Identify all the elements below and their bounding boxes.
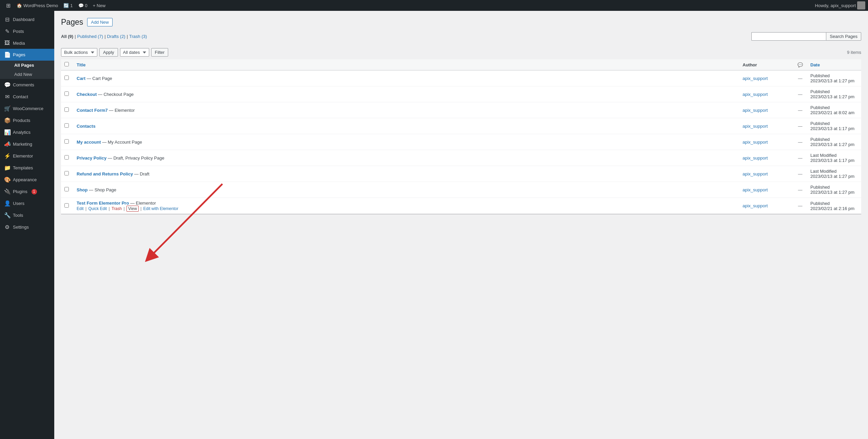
row-action-view[interactable]: View — [126, 206, 139, 212]
row-date-cell: Published2023/02/21 at 8:02 am — [807, 102, 861, 118]
row-title-link[interactable]: Checkout — [77, 92, 97, 97]
item-count: 9 items — [847, 50, 861, 55]
appearance-icon: 🎨 — [4, 176, 10, 183]
admin-bar-comments[interactable]: 💬 0 — [76, 0, 90, 11]
admin-bar-updates[interactable]: 🔄 1 — [61, 0, 75, 11]
sidebar-subitem-all-pages[interactable]: All Pages — [11, 61, 54, 70]
row-date-cell: Last Modified2023/02/13 at 1:17 pm — [807, 150, 861, 166]
row-date-value: 2023/02/13 at 1:17 pm — [810, 126, 858, 131]
page-title: Pages — [61, 18, 83, 27]
sidebar-item-appearance[interactable]: 🎨 Appearance — [0, 174, 54, 186]
col-header-date[interactable]: Date — [807, 59, 861, 70]
row-checkbox[interactable] — [64, 203, 69, 208]
filter-drafts[interactable]: Drafts (2) — [107, 34, 125, 39]
filter-trash[interactable]: Trash (3) — [129, 34, 147, 39]
row-title-cell: Checkout — Checkout PageEdit | Quick Edi… — [73, 86, 739, 102]
row-author-link[interactable]: apix_support — [743, 124, 768, 129]
row-checkbox[interactable] — [64, 155, 69, 160]
sidebar-item-plugins[interactable]: 🔌 Plugins 1 — [0, 186, 54, 197]
admin-bar-site[interactable]: 🏠 WordPress Demo — [14, 0, 61, 11]
col-header-title[interactable]: Title — [73, 59, 739, 70]
sidebar-label-analytics: Analytics — [13, 130, 31, 135]
sidebar-item-comments[interactable]: 💬 Comments — [0, 79, 54, 91]
sidebar-label-settings: Settings — [13, 225, 29, 230]
row-author-cell: apix_support — [739, 102, 793, 118]
row-action-sep: | — [139, 206, 143, 211]
row-title-link[interactable]: Test Form Elementor Pro — [77, 201, 129, 206]
row-checkbox[interactable] — [64, 91, 69, 96]
row-date-cell: Published2023/02/13 at 1:27 pm — [807, 134, 861, 150]
table-row: Privacy Policy — Draft, Privacy Policy P… — [61, 150, 861, 166]
table-row: Cart — Cart PageEdit | Quick Edit | Tras… — [61, 70, 861, 86]
row-title-link[interactable]: Cart — [77, 76, 85, 81]
row-action-edit-elementor[interactable]: Edit with Elementor — [143, 206, 178, 211]
main-content: Pages Add New All (9) | Published (7) | … — [54, 11, 868, 439]
row-title-link[interactable]: My account — [77, 140, 101, 145]
row-comments-cell: — — [793, 118, 807, 134]
settings-icon: ⚙ — [4, 224, 10, 230]
users-icon: 👤 — [4, 200, 10, 207]
sidebar-item-woocommerce[interactable]: 🛒 WooCommerce — [0, 103, 54, 114]
row-title-link[interactable]: Contacts — [77, 124, 96, 129]
select-all-checkbox[interactable] — [64, 62, 69, 66]
row-author-cell: apix_support — [739, 86, 793, 102]
row-author-link[interactable]: apix_support — [743, 108, 768, 113]
filter-published[interactable]: Published (7) — [77, 34, 103, 39]
sidebar-item-elementor[interactable]: ⚡ Elementor — [0, 150, 54, 162]
row-checkbox[interactable] — [64, 187, 69, 191]
admin-avatar[interactable] — [857, 1, 865, 9]
admin-bar-new[interactable]: + New — [90, 0, 108, 11]
sidebar-item-products[interactable]: 📦 Products — [0, 114, 54, 126]
row-comments-cell: — — [793, 198, 807, 214]
row-date-value: 2023/02/21 at 8:02 am — [810, 110, 858, 115]
row-checkbox[interactable] — [64, 171, 69, 175]
sidebar-item-pages[interactable]: 📄 Pages — [0, 49, 54, 61]
filter-button[interactable]: Filter — [151, 48, 169, 57]
row-action-trash[interactable]: Trash — [112, 206, 122, 211]
row-title-link[interactable]: Refund and Returns Policy — [77, 171, 133, 176]
row-title-link[interactable]: Privacy Policy — [77, 155, 106, 161]
row-checkbox-cell — [61, 118, 73, 134]
search-pages-input[interactable] — [751, 32, 826, 41]
sidebar-item-contact[interactable]: ✉ Contact — [0, 91, 54, 103]
wp-logo[interactable]: ⊞ — [3, 0, 14, 11]
row-action-edit[interactable]: Edit — [77, 206, 84, 211]
sidebar-item-tools[interactable]: 🔧 Tools — [0, 209, 54, 221]
sidebar-label-comments: Comments — [13, 82, 34, 87]
bulk-actions-select[interactable]: Bulk actions — [61, 48, 97, 57]
row-author-link[interactable]: apix_support — [743, 76, 768, 81]
row-author-link[interactable]: apix_support — [743, 187, 768, 192]
apply-button[interactable]: Apply — [99, 48, 118, 57]
row-checkbox[interactable] — [64, 76, 69, 80]
add-new-button[interactable]: Add New — [87, 18, 113, 26]
row-author-link[interactable]: apix_support — [743, 140, 768, 145]
row-title-link[interactable]: Contact Form7 — [77, 108, 108, 113]
row-date-status: Published — [810, 89, 858, 94]
sidebar-item-dashboard[interactable]: ⊟ Dashboard — [0, 14, 54, 25]
sidebar-item-media[interactable]: 🖼 Media — [0, 37, 54, 49]
dates-filter-select[interactable]: All dates — [120, 48, 149, 57]
sidebar-item-templates[interactable]: 📁 Templates — [0, 162, 54, 174]
row-date-cell: Published2023/02/13 at 1:27 pm — [807, 182, 861, 198]
search-pages-button[interactable]: Search Pages — [826, 32, 861, 41]
row-author-link[interactable]: apix_support — [743, 203, 768, 208]
row-action-quick-edit[interactable]: Quick Edit — [88, 206, 107, 211]
sidebar-item-settings[interactable]: ⚙ Settings — [0, 221, 54, 233]
sidebar-item-marketing[interactable]: 📣 Marketing — [0, 138, 54, 150]
row-checkbox-cell — [61, 134, 73, 150]
sidebar-item-posts[interactable]: ✎ Posts — [0, 25, 54, 37]
row-author-link[interactable]: apix_support — [743, 155, 768, 161]
row-comments-cell: — — [793, 102, 807, 118]
filter-all[interactable]: All (9) — [61, 34, 73, 39]
row-checkbox-cell — [61, 150, 73, 166]
row-title-link[interactable]: Shop — [77, 187, 88, 192]
sidebar-item-users[interactable]: 👤 Users — [0, 197, 54, 209]
comments-icon: 💬 — [78, 3, 84, 8]
sidebar-subitem-add-new[interactable]: Add New — [11, 70, 54, 79]
row-checkbox[interactable] — [64, 139, 69, 144]
row-author-link[interactable]: apix_support — [743, 171, 768, 176]
row-checkbox[interactable] — [64, 123, 69, 128]
row-checkbox[interactable] — [64, 107, 69, 112]
row-author-link[interactable]: apix_support — [743, 92, 768, 97]
sidebar-item-analytics[interactable]: 📊 Analytics — [0, 126, 54, 138]
